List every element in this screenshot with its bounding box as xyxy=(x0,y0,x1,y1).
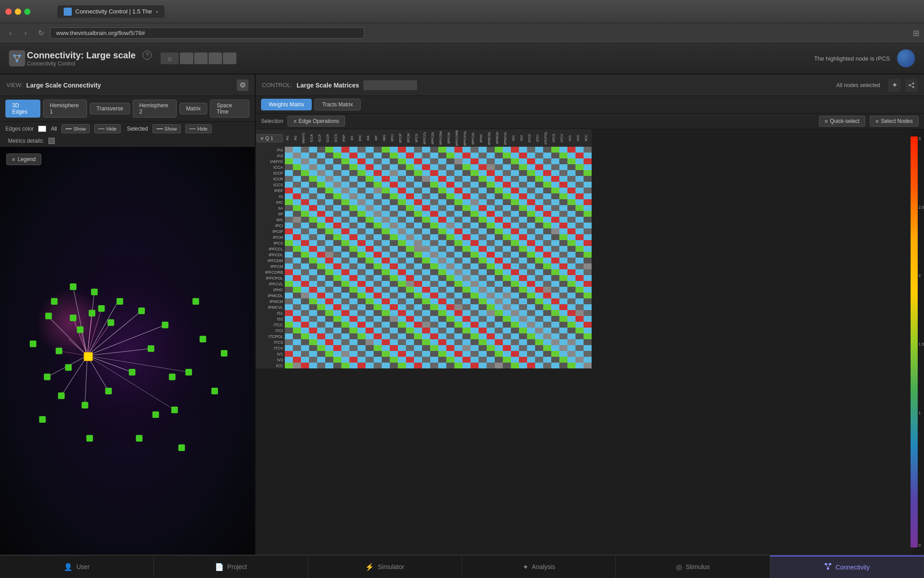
matrix-cell[interactable] xyxy=(398,240,406,246)
matrix-cell[interactable] xyxy=(519,164,527,170)
matrix-cell[interactable] xyxy=(584,182,592,188)
matrix-cell[interactable] xyxy=(503,281,511,287)
matrix-cell[interactable] xyxy=(543,164,551,170)
matrix-cell[interactable] xyxy=(503,333,511,339)
matrix-cell[interactable] xyxy=(357,275,366,281)
matrix-cell[interactable] xyxy=(487,298,495,304)
matrix-cell[interactable] xyxy=(301,217,309,223)
matrix-cell[interactable] xyxy=(446,298,454,304)
matrix-cell[interactable] xyxy=(575,188,584,193)
matrix-cell[interactable] xyxy=(341,333,349,339)
matrix-cell[interactable] xyxy=(422,193,430,199)
matrix-cell[interactable] xyxy=(479,240,487,246)
matrix-cell[interactable] xyxy=(382,240,390,246)
matrix-cell[interactable] xyxy=(325,287,333,293)
matrix-cell[interactable] xyxy=(357,310,366,316)
matrix-cell[interactable] xyxy=(430,339,438,345)
matrix-cell[interactable] xyxy=(406,188,414,193)
matrix-cell[interactable] xyxy=(341,147,349,153)
matrix-cell[interactable] xyxy=(446,246,454,252)
matrix-cell[interactable] xyxy=(309,188,317,193)
matrix-cell[interactable] xyxy=(438,234,446,240)
matrix-cell[interactable] xyxy=(438,182,446,188)
matrix-cell[interactable] xyxy=(406,322,414,328)
matrix-cell[interactable] xyxy=(406,363,414,368)
edge-operations-button[interactable]: ≡ Edge Operations xyxy=(288,116,344,127)
matrix-cell[interactable] xyxy=(333,252,341,258)
matrix-cell[interactable] xyxy=(309,182,317,188)
matrix-cell[interactable] xyxy=(487,176,495,182)
matrix-cell[interactable] xyxy=(293,240,301,246)
matrix-cell[interactable] xyxy=(511,328,519,333)
window-controls[interactable] xyxy=(5,9,31,15)
matrix-cell[interactable] xyxy=(317,263,325,269)
matrix-cell[interactable] xyxy=(535,345,543,351)
matrix-cell[interactable] xyxy=(309,240,317,246)
matrix-cell[interactable] xyxy=(357,287,366,293)
matrix-cell[interactable] xyxy=(446,188,454,193)
matrix-cell[interactable] xyxy=(333,158,341,164)
matrix-cell[interactable] xyxy=(366,357,374,363)
matrix-cell[interactable] xyxy=(301,275,309,281)
matrix-cell[interactable] xyxy=(301,304,309,310)
matrix-cell[interactable] xyxy=(495,310,503,316)
matrix-cell[interactable] xyxy=(446,351,454,357)
matrix-cell[interactable] xyxy=(519,234,527,240)
matrix-cell[interactable] xyxy=(333,298,341,304)
matrix-cell[interactable] xyxy=(454,205,462,211)
matrix-cell[interactable] xyxy=(366,293,374,298)
matrix-cell[interactable] xyxy=(301,228,309,234)
matrix-cell[interactable] xyxy=(519,153,527,158)
matrix-cell[interactable] xyxy=(535,339,543,345)
matrix-cell[interactable] xyxy=(349,170,357,176)
matrix-cell[interactable] xyxy=(575,176,584,182)
matrix-cell[interactable] xyxy=(438,252,446,258)
matrix-cell[interactable] xyxy=(454,345,462,351)
matrix-cell[interactable] xyxy=(503,182,511,188)
matrix-cell[interactable] xyxy=(325,234,333,240)
matrix-cell[interactable] xyxy=(357,304,366,310)
matrix-cell[interactable] xyxy=(374,147,382,153)
matrix-cell[interactable] xyxy=(398,351,406,357)
matrix-cell[interactable] xyxy=(293,269,301,275)
matrix-cell[interactable] xyxy=(341,211,349,217)
matrix-cell[interactable] xyxy=(462,263,471,269)
matrix-cell[interactable] xyxy=(503,316,511,322)
matrix-cell[interactable] xyxy=(503,328,511,333)
matrix-cell[interactable] xyxy=(333,258,341,263)
matrix-cell[interactable] xyxy=(527,193,535,199)
matrix-cell[interactable] xyxy=(285,339,293,345)
matrix-cell[interactable] xyxy=(390,182,398,188)
matrix-cell[interactable] xyxy=(357,193,366,199)
minimize-dot[interactable] xyxy=(15,9,21,15)
matrix-cell[interactable] xyxy=(584,333,592,339)
matrix-cell[interactable] xyxy=(293,333,301,339)
matrix-cell[interactable] xyxy=(301,182,309,188)
matrix-cell[interactable] xyxy=(333,339,341,345)
matrix-cell[interactable] xyxy=(454,322,462,328)
matrix-cell[interactable] xyxy=(422,176,430,182)
matrix-cell[interactable] xyxy=(333,269,341,275)
matrix-cell[interactable] xyxy=(462,287,471,293)
tab-weights-matrix[interactable]: Weights Matrix xyxy=(261,99,312,110)
matrix-cell[interactable] xyxy=(519,228,527,234)
matrix-cell[interactable] xyxy=(301,263,309,269)
matrix-cell[interactable] xyxy=(293,281,301,287)
matrix-cell[interactable] xyxy=(398,164,406,170)
matrix-cell[interactable] xyxy=(446,164,454,170)
matrix-cell[interactable] xyxy=(341,170,349,176)
matrix-cell[interactable] xyxy=(366,316,374,322)
matrix-cell[interactable] xyxy=(341,316,349,322)
matrix-cell[interactable] xyxy=(349,193,357,199)
matrix-cell[interactable] xyxy=(454,339,462,345)
matrix-cell[interactable] xyxy=(293,228,301,234)
matrix-cell[interactable] xyxy=(366,158,374,164)
matrix-cell[interactable] xyxy=(462,205,471,211)
matrix-cell[interactable] xyxy=(543,153,551,158)
matrix-cell[interactable] xyxy=(438,258,446,263)
matrix-cell[interactable] xyxy=(559,176,567,182)
matrix-cell[interactable] xyxy=(301,345,309,351)
matrix-cell[interactable] xyxy=(301,211,309,217)
matrix-cell[interactable] xyxy=(333,322,341,328)
matrix-cell[interactable] xyxy=(487,269,495,275)
